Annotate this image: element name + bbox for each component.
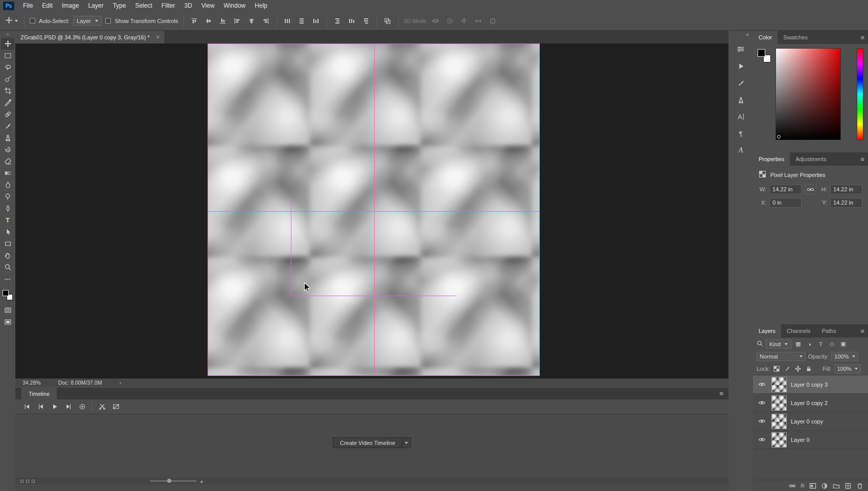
- filter-pixel-layers-icon[interactable]: ▦: [794, 341, 803, 347]
- brush-tool[interactable]: [1, 120, 14, 132]
- tab-properties[interactable]: Properties: [753, 152, 790, 166]
- menu-window[interactable]: Window: [219, 0, 250, 11]
- layer-row[interactable]: Layer 0 copy: [753, 412, 868, 431]
- height-field[interactable]: 14.22 in: [830, 185, 862, 194]
- info-panel-icon[interactable]: [734, 42, 748, 56]
- menu-edit[interactable]: Edit: [37, 0, 57, 11]
- tab-layers[interactable]: Layers: [753, 324, 781, 338]
- adjustment-layer-icon[interactable]: [821, 482, 828, 489]
- align-vertical-centers-button[interactable]: [203, 16, 214, 26]
- layer-style-fx-icon[interactable]: fx: [801, 483, 805, 488]
- split-at-playhead-scissors-icon[interactable]: [97, 401, 108, 412]
- opacity-dropdown[interactable]: 100%: [831, 352, 858, 361]
- slider-handle[interactable]: [167, 479, 171, 483]
- blend-mode-dropdown[interactable]: Normal: [757, 352, 806, 361]
- 3d-orbit-icon[interactable]: [430, 16, 441, 26]
- blur-tool[interactable]: [1, 179, 14, 191]
- pen-tool[interactable]: [1, 203, 14, 214]
- layer-thumbnail[interactable]: [771, 414, 787, 429]
- auto-align-layers-button[interactable]: [382, 16, 393, 26]
- new-layer-icon[interactable]: [844, 482, 852, 489]
- tab-paths[interactable]: Paths: [816, 324, 842, 338]
- align-right-edges-button[interactable]: [261, 16, 271, 26]
- foreground-background-swatches[interactable]: [2, 289, 14, 301]
- lock-transparency-icon[interactable]: [772, 365, 781, 373]
- align-top-edges-button[interactable]: [189, 16, 200, 26]
- layer-filter-kind-dropdown[interactable]: Kind: [766, 339, 791, 349]
- crop-tool[interactable]: [1, 85, 14, 97]
- layer-row[interactable]: Layer 0: [753, 431, 868, 449]
- layer-thumbnail[interactable]: [771, 377, 787, 392]
- menu-3d[interactable]: 3D: [179, 0, 196, 11]
- fill-dropdown[interactable]: 100%: [834, 364, 860, 373]
- document-image[interactable]: [208, 43, 540, 376]
- play-button[interactable]: [49, 401, 60, 412]
- expand-panels-icon[interactable]: «: [746, 31, 753, 39]
- tab-channels[interactable]: Channels: [781, 324, 816, 338]
- distribute-bottom-edges-button[interactable]: [311, 16, 322, 26]
- canvas-pasteboard[interactable]: [15, 43, 728, 378]
- delete-layer-trash-icon[interactable]: [856, 482, 863, 489]
- next-frame-button[interactable]: [63, 401, 74, 412]
- guide-box-horizontal[interactable]: [291, 296, 456, 296]
- lock-position-icon[interactable]: [794, 365, 802, 373]
- layer-row[interactable]: Layer 0 copy 3: [753, 375, 868, 394]
- timeline-panel-menu-icon[interactable]: ≡: [719, 390, 728, 397]
- eraser-tool[interactable]: [1, 155, 14, 167]
- foreground-color-swatch[interactable]: [3, 290, 9, 296]
- tool-preset-picker[interactable]: [4, 16, 19, 26]
- align-left-edges-button[interactable]: [232, 16, 243, 26]
- eyedropper-tool[interactable]: [1, 97, 14, 108]
- gradient-tool[interactable]: [1, 167, 14, 179]
- visibility-eye-icon[interactable]: [756, 381, 767, 388]
- hand-tool[interactable]: [1, 250, 14, 261]
- auto-select-checkbox[interactable]: [30, 18, 35, 24]
- distribute-horizontal-centers-button[interactable]: [347, 16, 357, 26]
- visibility-eye-icon[interactable]: [756, 417, 767, 425]
- create-video-timeline-button[interactable]: Create Video Timeline: [333, 437, 402, 448]
- layer-name[interactable]: Layer 0 copy: [791, 418, 823, 425]
- timeline-footer-icon[interactable]: [26, 480, 29, 483]
- filter-smart-objects-icon[interactable]: ▣: [839, 341, 848, 347]
- lock-pixels-icon[interactable]: [783, 365, 791, 373]
- dodge-tool[interactable]: [1, 191, 14, 203]
- move-tool[interactable]: [1, 38, 14, 50]
- actions-panel-icon[interactable]: [734, 59, 748, 73]
- filter-adjustment-layers-icon[interactable]: ◑: [805, 341, 814, 347]
- spot-healing-brush-tool[interactable]: [1, 108, 14, 120]
- saturation-brightness-picker[interactable]: [775, 48, 841, 140]
- paragraph-panel-icon[interactable]: ¶: [734, 127, 748, 140]
- quick-mask-button[interactable]: [1, 304, 14, 316]
- zoom-tool[interactable]: [1, 261, 14, 273]
- guide-horizontal-center[interactable]: [208, 211, 540, 212]
- width-field[interactable]: 14.22 in: [769, 185, 802, 194]
- layer-name[interactable]: Layer 0 copy 3: [791, 382, 828, 388]
- filter-type-layers-icon[interactable]: T: [816, 341, 825, 347]
- link-layers-icon[interactable]: [789, 482, 796, 489]
- link-dimensions-icon[interactable]: [805, 184, 816, 194]
- transition-icon[interactable]: [110, 401, 122, 412]
- y-field[interactable]: 14.22 in: [830, 198, 862, 208]
- guide-vertical-center[interactable]: [374, 44, 375, 376]
- distribute-vertical-centers-button[interactable]: [296, 16, 307, 26]
- menu-view[interactable]: View: [197, 0, 219, 11]
- 3d-pan-icon[interactable]: [459, 16, 469, 26]
- layer-thumbnail[interactable]: [771, 395, 787, 411]
- auto-select-target-dropdown[interactable]: Layer: [73, 16, 102, 26]
- x-field[interactable]: 0 in: [769, 198, 802, 208]
- timeline-zoom-slider[interactable]: [150, 480, 197, 482]
- character-panel-icon[interactable]: A: [734, 110, 748, 123]
- visibility-eye-icon[interactable]: [756, 436, 767, 443]
- shape-tool[interactable]: [1, 238, 14, 250]
- go-to-first-frame-button[interactable]: [21, 401, 33, 412]
- glyphs-panel-icon[interactable]: A: [734, 144, 748, 157]
- clone-source-panel-icon[interactable]: [734, 93, 748, 106]
- properties-panel-menu-icon[interactable]: ≡: [860, 152, 868, 166]
- color-fg-bg-swatches[interactable]: [758, 49, 771, 62]
- type-tool[interactable]: T: [1, 214, 14, 226]
- edit-toolbar-ellipsis[interactable]: •••: [1, 273, 14, 285]
- show-transform-checkbox[interactable]: [105, 18, 111, 24]
- quick-selection-tool[interactable]: [1, 73, 14, 85]
- hue-slider[interactable]: [857, 48, 863, 140]
- layer-thumbnail[interactable]: [771, 432, 787, 448]
